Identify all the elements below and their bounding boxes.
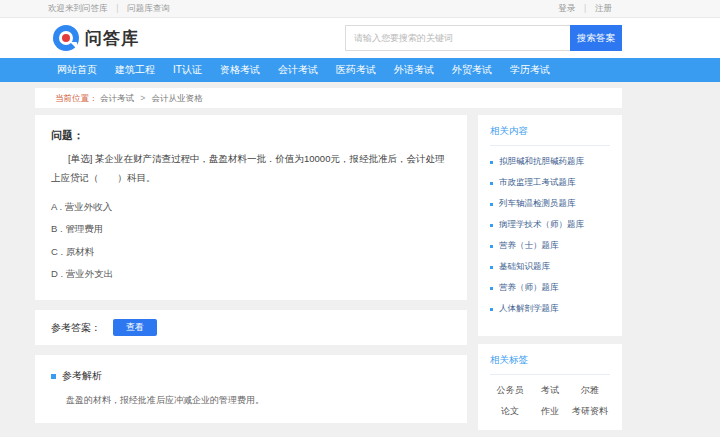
list-item: 病理学技术（师）题库: [490, 219, 610, 231]
related-tags-card: 相关标签 公务员 考试 尔雅 论文 作业 考研资料: [478, 344, 622, 430]
sidebar: 相关内容 拟胆碱和抗胆碱药题库 市政监理工考试题库 列车轴温检测员题库 病理学技…: [478, 115, 622, 437]
tag-exam[interactable]: 考试: [541, 384, 559, 397]
list-item: 市政监理工考试题库: [490, 177, 610, 189]
welcome-link[interactable]: 欢迎来到问答库: [48, 3, 108, 13]
topbar-right-links: 登录 | 注册: [558, 2, 622, 15]
list-item: 人体解剖学题库: [490, 303, 610, 315]
login-link[interactable]: 登录: [558, 3, 575, 13]
nav-item-accounting[interactable]: 会计考试: [269, 58, 327, 82]
analysis-heading: 参考解析: [62, 369, 102, 383]
bank-link-8[interactable]: 人体解剖学题库: [499, 303, 559, 315]
bank-link-1[interactable]: 拟胆碱和抗胆碱药题库: [499, 156, 584, 168]
nav-item-qualification[interactable]: 资格考试: [211, 58, 269, 82]
related-tags-title: 相关标签: [490, 354, 610, 375]
view-answer-button[interactable]: 查看: [113, 319, 157, 336]
question-bank-query-link[interactable]: 问题库查询: [127, 3, 170, 13]
breadcrumb-category-link[interactable]: 会计考试: [100, 93, 134, 103]
nav-item-foreign-trade[interactable]: 外贸考试: [443, 58, 501, 82]
tag-homework[interactable]: 作业: [541, 405, 559, 418]
topbar-divider-2: |: [584, 3, 586, 13]
bullet-square-icon: [490, 245, 493, 248]
bank-link-6[interactable]: 基础知识题库: [499, 261, 550, 273]
list-item: 营养（士）题库: [490, 240, 610, 252]
bullet-square-icon: [490, 161, 493, 164]
question-text: [单选] 某企业在财产清查过程中，盘盈材料一批．价值为10000元，报经批准后，…: [51, 150, 451, 187]
list-item: 基础知识题库: [490, 261, 610, 273]
tag-civil-servant[interactable]: 公务员: [497, 384, 524, 397]
nav-item-academic[interactable]: 学历考试: [501, 58, 559, 82]
main-column: 问题： [单选] 某企业在财产清查过程中，盘盈材料一批．价值为10000元，报经…: [35, 115, 467, 437]
nav-item-it-cert[interactable]: IT认证: [164, 58, 211, 82]
register-link[interactable]: 注册: [595, 3, 612, 13]
analysis-card: 参考解析 盘盈的材料，报经批准后应冲减企业的管理费用。: [35, 355, 467, 423]
topbar-left-links: 欢迎来到问答库 | 问题库查询: [35, 2, 170, 15]
topbar-divider: |: [116, 3, 118, 13]
bullet-square-icon: [490, 203, 493, 206]
logo-text: 问答库: [85, 27, 139, 50]
bank-link-4[interactable]: 病理学技术（师）题库: [499, 219, 584, 231]
tag-grid: 公务员 考试 尔雅 论文 作业 考研资料: [490, 384, 610, 418]
breadcrumb-subcategory-link[interactable]: 会计从业资格: [152, 93, 203, 103]
list-item: 拟胆碱和抗胆碱药题库: [490, 156, 610, 168]
nav-item-home[interactable]: 网站首页: [48, 58, 106, 82]
bullet-square-icon: [490, 266, 493, 269]
question-heading: 问题：: [51, 128, 451, 143]
bullet-square-icon: [51, 374, 56, 379]
logo-speech-bubble-icon: [53, 25, 79, 51]
bank-link-7[interactable]: 营养（师）题库: [499, 282, 559, 294]
content-area: 问题： [单选] 某企业在财产清查过程中，盘盈材料一批．价值为10000元，报经…: [35, 115, 622, 437]
option-b[interactable]: B . 管理费用: [51, 218, 451, 240]
bank-link-2[interactable]: 市政监理工考试题库: [499, 177, 576, 189]
option-c[interactable]: C . 原材料: [51, 241, 451, 263]
related-content-list: 拟胆碱和抗胆碱药题库 市政监理工考试题库 列车轴温检测员题库 病理学技术（师）题…: [490, 156, 610, 315]
nav-item-medical[interactable]: 医药考试: [327, 58, 385, 82]
breadcrumb-label: 当前位置：: [55, 93, 98, 103]
tag-erya[interactable]: 尔雅: [581, 384, 599, 397]
site-logo[interactable]: 问答库: [35, 25, 139, 51]
analysis-text: 盘盈的材料，报经批准后应冲减企业的管理费用。: [66, 394, 451, 407]
top-utility-bar: 欢迎来到问答库 | 问题库查询 登录 | 注册: [0, 0, 720, 18]
list-item: 营养（师）题库: [490, 282, 610, 294]
page: 欢迎来到问答库 | 问题库查询 登录 | 注册 问答库 搜索答案: [0, 0, 720, 437]
nav-item-construction[interactable]: 建筑工程: [106, 58, 164, 82]
search-box: 搜索答案: [345, 25, 622, 51]
option-a[interactable]: A . 营业外收入: [51, 196, 451, 218]
search-answers-button[interactable]: 搜索答案: [570, 25, 622, 51]
breadcrumb: 当前位置： 会计考试 > 会计从业资格: [35, 88, 622, 108]
tag-postgrad-material[interactable]: 考研资料: [572, 405, 608, 418]
bank-link-3[interactable]: 列车轴温检测员题库: [499, 198, 576, 210]
tag-thesis[interactable]: 论文: [501, 405, 519, 418]
question-options: A . 营业外收入 B . 管理费用 C . 原材料 D . 营业外支出: [51, 196, 451, 285]
site-header: 问答库 搜索答案: [0, 18, 720, 58]
breadcrumb-separator: >: [140, 93, 145, 103]
bullet-square-icon: [490, 308, 493, 311]
nav-item-foreign-language[interactable]: 外语考试: [385, 58, 443, 82]
bullet-square-icon: [490, 287, 493, 290]
main-nav: 网站首页 建筑工程 IT认证 资格考试 会计考试 医药考试 外语考试 外贸考试 …: [0, 58, 720, 82]
question-card: 问题： [单选] 某企业在财产清查过程中，盘盈材料一批．价值为10000元，报经…: [35, 115, 467, 300]
related-content-card: 相关内容 拟胆碱和抗胆碱药题库 市政监理工考试题库 列车轴温检测员题库 病理学技…: [478, 115, 622, 336]
answer-card: 参考答案： 查看: [35, 310, 467, 345]
related-content-title: 相关内容: [490, 125, 610, 146]
bullet-square-icon: [490, 182, 493, 185]
list-item: 列车轴温检测员题库: [490, 198, 610, 210]
search-input[interactable]: [345, 25, 570, 51]
bullet-square-icon: [490, 224, 493, 227]
bank-link-5[interactable]: 营养（士）题库: [499, 240, 559, 252]
option-d[interactable]: D . 营业外支出: [51, 263, 451, 285]
answer-label: 参考答案：: [51, 321, 101, 335]
